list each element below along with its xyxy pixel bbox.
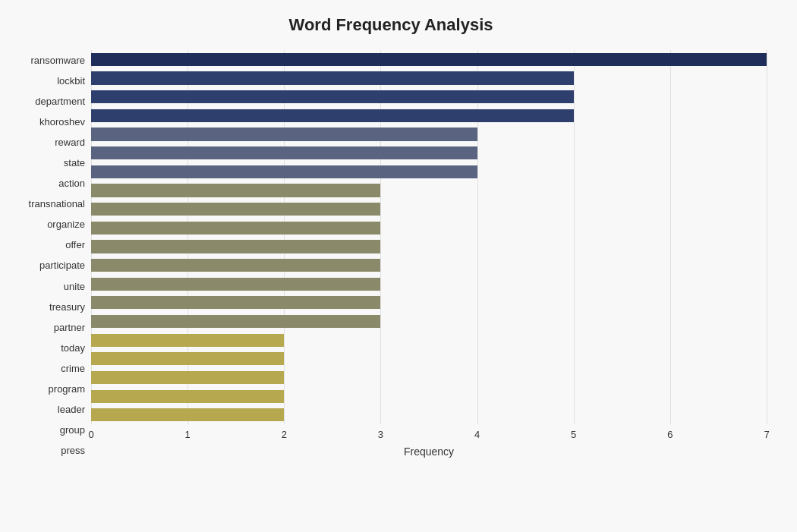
bar [91, 165, 477, 178]
y-label: crime [15, 364, 85, 373]
bar-row [91, 387, 767, 406]
y-label: leader [15, 405, 85, 414]
y-label: organize [15, 219, 85, 229]
bar [91, 352, 284, 365]
bar [91, 90, 574, 103]
y-label: khoroshev [15, 117, 85, 127]
bar [91, 371, 284, 384]
x-tick: 4 [474, 429, 480, 440]
bar [91, 259, 380, 272]
x-tick: 1 [185, 429, 191, 440]
y-label: partner [15, 323, 85, 332]
bar [91, 240, 380, 253]
y-label: offer [15, 240, 85, 250]
bars-area [91, 50, 767, 424]
x-tick: 5 [571, 429, 576, 440]
y-label: reward [15, 137, 85, 147]
bar [91, 53, 767, 66]
y-label: transnational [15, 199, 85, 209]
bar [91, 222, 380, 235]
bar-row [91, 275, 767, 294]
x-axis: 01234567 [91, 424, 767, 442]
y-label: program [15, 384, 85, 394]
grid-line [767, 50, 767, 424]
y-label: lockbit [15, 76, 85, 86]
bar-row [91, 368, 767, 387]
bar-row [91, 162, 767, 181]
bar [91, 109, 574, 122]
bar [91, 278, 380, 291]
bar-row [91, 106, 767, 125]
bar-row [91, 69, 767, 88]
y-label: treasury [15, 302, 85, 312]
bar [91, 127, 477, 140]
bar-row [91, 294, 767, 313]
chart-container: Word Frequency Analysis ransomwarelockbi… [0, 0, 797, 532]
bar [91, 71, 574, 84]
y-label: ransomware [15, 55, 85, 65]
y-label: press [15, 445, 85, 455]
bar [91, 146, 477, 159]
x-tick: 2 [282, 429, 287, 440]
y-label: group [15, 425, 85, 435]
y-label: participate [15, 260, 85, 270]
bar-row [91, 256, 767, 275]
bar [91, 390, 284, 403]
bar-row [91, 219, 767, 238]
y-label: today [15, 343, 85, 353]
bar-row [91, 238, 767, 257]
y-label: unite [15, 282, 85, 291]
bar-row [91, 312, 767, 331]
y-label: state [15, 158, 85, 168]
bar-row [91, 181, 767, 200]
bar [91, 408, 284, 421]
x-tick: 7 [764, 429, 769, 440]
x-tick: 6 [667, 429, 673, 440]
bar [91, 296, 380, 309]
x-tick: 0 [88, 429, 93, 440]
bar-row [91, 405, 767, 424]
x-axis-label: Frequency [91, 445, 767, 461]
chart-area: ransomwarelockbitdepartmentkhoroshevrewa… [15, 50, 767, 461]
bar-row [91, 331, 767, 350]
bar-row [91, 350, 767, 369]
y-labels: ransomwarelockbitdepartmentkhoroshevrewa… [15, 50, 91, 461]
bars-and-x: 01234567 Frequency [91, 50, 767, 461]
bar-row [91, 143, 767, 162]
y-label: action [15, 178, 85, 188]
bar-rows [91, 50, 767, 424]
bar [91, 334, 284, 347]
bar [91, 184, 380, 197]
bar-row [91, 87, 767, 106]
chart-title: Word Frequency Analysis [15, 15, 767, 35]
bar [91, 203, 380, 216]
bar-row [91, 125, 767, 144]
y-label: department [15, 96, 85, 106]
bar-row [91, 50, 767, 69]
x-tick: 3 [378, 429, 383, 440]
bar [91, 315, 380, 328]
bar-row [91, 200, 767, 219]
